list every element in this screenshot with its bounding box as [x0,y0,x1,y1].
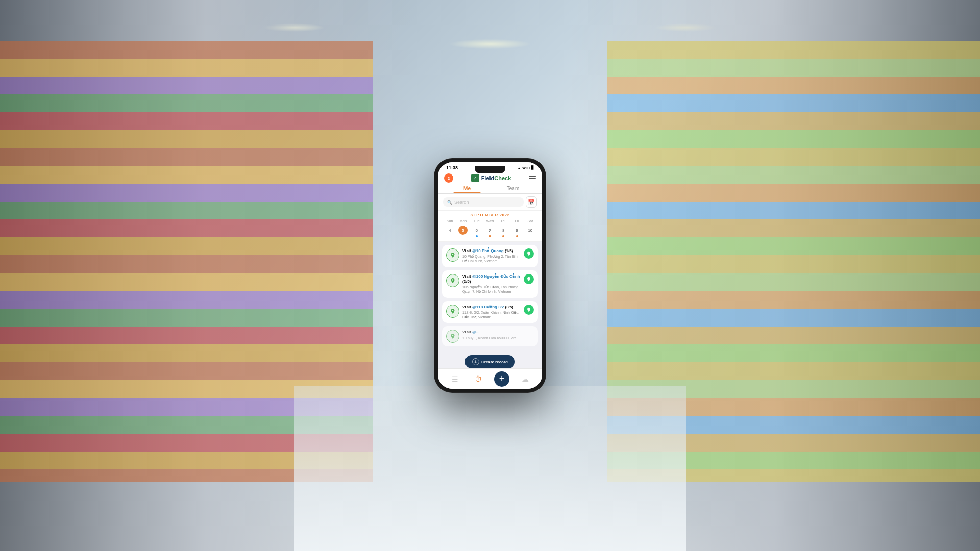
day-header-sat: Sat [524,219,537,223]
bottom-nav: ☰ ⏱ + ☁ [438,368,542,389]
signal-icon: ▲ [517,166,521,170]
calendar: SEPTEMBER 2022 Sun Mon Tue Wed Thu Fri S… [438,211,542,242]
menu-icon: ☰ [452,375,458,383]
calendar-days-header: Sun Mon Tue Wed Thu Fri Sat [443,219,537,223]
visit-list: Visit @10 Phổ Quang (1/5) 10 Phổ Quang, … [438,242,542,389]
visit-avatar-1 [446,248,459,262]
visit-info-3: Visit @118 Đường 3/2 (3/5) 118 Đ. 3/2, X… [462,305,521,320]
visit-info-2: Visit @105 Nguyễn Đức Cảnh (2/5) 105 Ngu… [462,274,521,294]
visit-address-3: 118 Đ. 3/2, Xuân Khánh, Ninh Kiều, Cần T… [462,310,521,319]
notch [475,166,505,173]
tabs: Me Team [438,183,542,194]
day-5[interactable]: 5 [456,224,470,238]
visit-info-4: Visit @... 1 Thuy..., Khánh Hòa 650000, … [462,330,534,340]
day-dot-9 [516,235,518,237]
visit-address-4: 1 Thuy..., Khánh Hòa 650000, Vie... [462,336,534,340]
page-center: 11:38 ▲ WiFi ▊ 2 ✓ FieldCheck [0,0,980,551]
app-title: FieldCheck [481,175,511,181]
visit-item-2[interactable]: Visit @105 Nguyễn Đức Cảnh (2/5) 105 Ngu… [442,270,538,298]
day-dot-6 [476,235,478,237]
hamburger-line-2 [529,178,536,179]
visit-avatar-3 [446,305,459,318]
time-icon: ⏱ [475,375,482,383]
visit-info-1: Visit @10 Phổ Quang (1/5) 10 Phổ Quang, … [462,248,521,264]
search-placeholder-text: Search [454,199,469,205]
day-num-10: 10 [526,226,535,235]
day-num-6: 6 [472,226,481,235]
nav-time[interactable]: ⏱ [469,370,487,388]
visit-title-3: Visit @118 Đường 3/2 (3/5) [462,305,521,310]
nav-menu[interactable]: ☰ [446,370,464,388]
plus-circle-icon: + [472,358,479,365]
visit-address-1: 10 Phổ Quang, Phường 2, Tân Bình, Hồ Chí… [462,254,521,263]
phone-body: 11:38 ▲ WiFi ▊ 2 ✓ FieldCheck [434,158,546,393]
day-9[interactable]: 9 [510,224,523,238]
app-logo: ✓ FieldCheck [471,174,511,182]
create-record-button[interactable]: + Create record [465,355,515,368]
visit-pin-1[interactable] [524,248,534,259]
hamburger-line-1 [529,176,536,177]
search-input-wrapper[interactable]: 🔍 Search [443,197,524,207]
day-6[interactable]: 6 [470,224,483,238]
screen-content: 11:38 ▲ WiFi ▊ 2 ✓ FieldCheck [438,162,542,389]
visit-title-4: Visit @... [462,330,534,335]
day-num-4: 4 [445,226,454,235]
visit-address-2: 105 Nguyễn Đức Cảnh, Tân Phong, Quận 7, … [462,285,521,294]
day-4[interactable]: 4 [443,224,456,238]
visit-title-1: Visit @10 Phổ Quang (1/5) [462,248,521,254]
visit-item-4[interactable]: Visit @... 1 Thuy..., Khánh Hòa 650000, … [442,326,538,346]
calendar-month: SEPTEMBER 2022 [443,213,537,217]
hamburger-menu[interactable] [529,176,536,181]
day-header-fri: Fri [510,219,523,223]
tab-me[interactable]: Me [444,183,490,193]
add-button[interactable]: + [494,371,509,387]
day-10[interactable]: 10 [524,224,537,238]
calendar-toggle-button[interactable]: 📅 [526,196,537,208]
status-time: 11:38 [446,165,458,170]
nav-cloud[interactable]: ☁ [516,370,534,388]
visit-avatar-4 [446,330,459,343]
day-dot-8 [502,235,504,237]
wifi-icon: WiFi [522,166,530,170]
day-header-mon: Mon [456,219,470,223]
visit-item-3[interactable]: Visit @118 Đường 3/2 (3/5) 118 Đ. 3/2, X… [442,301,538,323]
visit-avatar-2 [446,274,459,287]
day-num-5: 5 [458,226,468,235]
tab-team[interactable]: Team [490,183,536,193]
notification-badge[interactable]: 2 [444,173,453,183]
hamburger-line-3 [529,180,536,181]
day-header-tue: Tue [470,219,483,223]
visit-pin-2[interactable] [524,274,534,284]
calendar-week: 4 5 6 7 [443,224,537,238]
cloud-icon: ☁ [522,375,529,383]
day-header-thu: Thu [497,219,510,223]
visit-title-2: Visit @105 Nguyễn Đức Cảnh (2/5) [462,274,521,285]
day-7[interactable]: 7 [483,224,497,238]
day-num-9: 9 [512,226,522,235]
phone: 11:38 ▲ WiFi ▊ 2 ✓ FieldCheck [434,158,546,393]
nav-add[interactable]: + [493,370,511,388]
status-icons: ▲ WiFi ▊ [517,166,534,170]
search-bar: 🔍 Search 📅 [438,194,542,211]
day-8[interactable]: 8 [497,224,510,238]
battery-icon: ▊ [531,166,534,170]
day-num-8: 8 [499,226,508,235]
phone-screen: 11:38 ▲ WiFi ▊ 2 ✓ FieldCheck [438,162,542,389]
day-num-7: 7 [485,226,495,235]
day-header-sun: Sun [443,219,456,223]
create-record-label: Create record [481,360,508,364]
day-dot-7 [489,235,491,237]
visit-item-1[interactable]: Visit @10 Phổ Quang (1/5) 10 Phổ Quang, … [442,245,538,267]
visit-pin-3[interactable] [524,305,534,315]
search-icon: 🔍 [447,200,452,205]
logo-icon: ✓ [471,174,479,182]
day-header-wed: Wed [483,219,497,223]
